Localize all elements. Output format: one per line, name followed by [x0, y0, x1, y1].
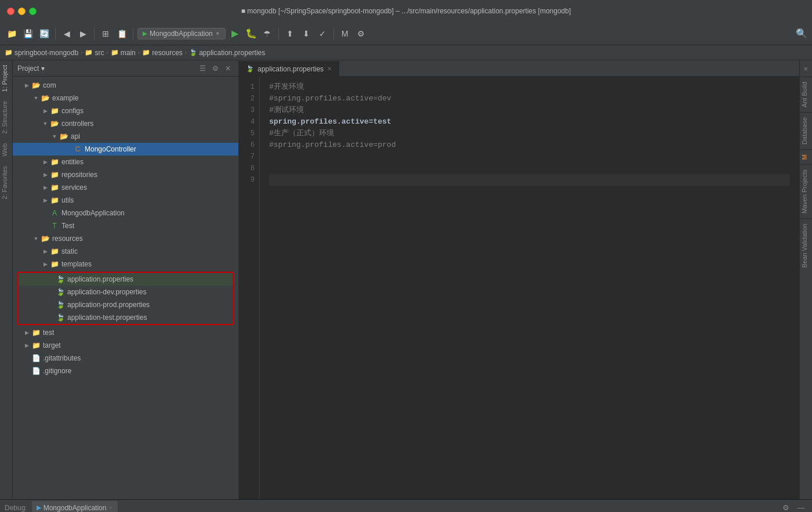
minimize-button[interactable] [18, 8, 26, 15]
tree-item-api[interactable]: ▼ 📂 api [13, 130, 238, 143]
file-icon-app-props: 🍃 [56, 275, 65, 284]
tree-item-utils[interactable]: ▶ 📁 utils [13, 194, 238, 207]
open-folder-btn[interactable]: 📁 [5, 27, 19, 41]
file-icon-app-test-props: 🍃 [56, 313, 65, 322]
code-line-3: #测试环境 [269, 104, 790, 116]
tree-item-mongodbapplication[interactable]: ▶ A MongodbApplication [13, 207, 238, 219]
back-btn[interactable]: ◀ [60, 27, 74, 41]
sidebar-settings-btn[interactable]: ⚙ [209, 63, 221, 74]
tree-item-configs[interactable]: ▶ 📁 configs [13, 104, 238, 117]
tree-item-example[interactable]: ▼ 📂 example [13, 92, 238, 104]
tree-arrow-services: ▶ [41, 183, 50, 192]
maximize-button[interactable] [29, 8, 37, 15]
sidebar-item-web[interactable]: Web [0, 139, 13, 161]
project-sidebar: Project ▾ ☰ ⚙ ✕ ▶ 📂 com ▼ 📂 example [13, 60, 239, 499]
right-panel-maven-projects[interactable]: Maven Projects [800, 164, 813, 218]
sidebar-item-structure[interactable]: 2: Structure [0, 96, 13, 139]
code-line-1: #开发环境 [269, 81, 790, 93]
main-area: 1: Project 2: Structure Web 2: Favorites… [0, 60, 812, 499]
tree-item-controllers[interactable]: ▼ 📂 controllers [13, 117, 238, 130]
tab-close-btn[interactable]: ✕ [327, 66, 332, 72]
refresh-btn[interactable]: 🔄 [37, 27, 51, 41]
editor-tab-application-properties[interactable]: 🍃 application.properties ✕ [239, 61, 339, 76]
sidebar-collapse-btn[interactable]: ☰ [197, 63, 208, 74]
right-panel-bean-validation[interactable]: Bean Validation [800, 218, 813, 272]
file-icon-mongocontroller: C [73, 145, 82, 154]
tree-item-test-class[interactable]: ▶ T Test [13, 219, 238, 232]
folder-icon-utils: 📁 [50, 196, 59, 205]
forward-btn[interactable]: ▶ [76, 27, 90, 41]
bottom-hide-btn[interactable]: — [795, 502, 807, 513]
breadcrumb-resources[interactable]: 📁 resources [142, 49, 183, 57]
right-panel-ant-build[interactable]: Ant Build [800, 77, 813, 112]
tree-item-test-folder[interactable]: ▶ 📁 test [13, 326, 238, 339]
traffic-lights [7, 8, 37, 15]
tree-item-gitattributes[interactable]: ▶ 📄 .gitattributes [13, 352, 238, 365]
tree-item-app-prod-props[interactable]: ▶ 🍃 application-prod.properties [19, 298, 233, 311]
sidebar-item-project[interactable]: 1: Project [0, 60, 13, 96]
tree-item-templates[interactable]: ▶ 📁 templates [13, 258, 238, 271]
sidebar-item-favorites[interactable]: 2: Favorites [0, 161, 13, 204]
debug-app-icon: ▶ [37, 504, 41, 511]
tree-item-static[interactable]: ▶ 📁 static [13, 245, 238, 258]
tree-item-app-dev-props[interactable]: ▶ 🍃 application-dev.properties [19, 286, 233, 298]
maven-btn[interactable]: M [338, 27, 352, 41]
tree-item-entities[interactable]: ▶ 📁 entities [13, 156, 238, 168]
breadcrumb-src[interactable]: 📁 src [85, 49, 104, 57]
tree-arrow-api: ▼ [50, 132, 59, 141]
tree-arrow-com: ▶ [22, 81, 31, 90]
settings-btn[interactable]: ⚙ [354, 27, 368, 41]
sidebar-title: Project ▾ [17, 64, 45, 73]
coverage-btn[interactable]: ☂ [260, 27, 274, 41]
vcs-update-btn[interactable]: ⬇ [299, 27, 313, 41]
tree-item-target[interactable]: ▶ 📁 target [13, 339, 238, 352]
structure-btn[interactable]: ⊞ [99, 27, 113, 41]
code-editor[interactable]: #开发环境 #spring.profiles.active=dev #测试环境 … [260, 77, 799, 499]
editor-area: 🍃 application.properties ✕ 1 2 3 4 5 6 7… [239, 60, 799, 499]
debug-button[interactable]: 🐛 [244, 27, 258, 41]
folder-icon-target: 📁 [31, 341, 41, 350]
tree-item-app-test-props[interactable]: ▶ 🍃 application-test.properties [19, 311, 233, 324]
tree-arrow-configs: ▶ [41, 106, 50, 116]
folder-icon-test-folder: 📁 [31, 328, 41, 337]
tree-item-services[interactable]: ▶ 📁 services [13, 181, 238, 194]
run-button[interactable]: ▶ [228, 27, 242, 41]
tree-item-gitignore[interactable]: ▶ 📄 .gitignore [13, 365, 238, 377]
tree-item-repositories[interactable]: ▶ 📁 repositories [13, 168, 238, 181]
breadcrumb-springboot-mongodb[interactable]: 📁 springboot-mongodb [5, 49, 78, 57]
save-btn[interactable]: 💾 [21, 27, 35, 41]
bottom-tab-close-btn[interactable]: ✕ [108, 505, 113, 511]
folder-icon-templates: 📁 [50, 259, 59, 269]
code-line-7 [269, 151, 790, 163]
breadcrumb-sep-2: › [106, 49, 108, 56]
breadcrumb-main[interactable]: 📁 main [111, 49, 136, 57]
vcs-btn[interactable]: ⬆ [283, 27, 297, 41]
close-button[interactable] [7, 8, 14, 15]
file-icon-app-dev-props: 🍃 [56, 287, 65, 297]
editor-content: 1 2 3 4 5 6 7 8 9 #开发环境 #spring.profiles… [239, 77, 799, 499]
bottom-tab-mongodbapplication[interactable]: ▶ MongodbApplication ✕ [32, 501, 118, 513]
bottom-settings-btn[interactable]: ⚙ [780, 502, 792, 513]
right-panel-maven[interactable]: M [800, 149, 813, 164]
tree-arrow-templates: ▶ [41, 259, 50, 269]
code-line-8 [269, 163, 790, 174]
right-panel-database[interactable]: Database [800, 112, 813, 149]
red-box-highlight: ▶ 🍃 application.properties ▶ 🍃 applicati… [17, 272, 234, 325]
tree-item-resources[interactable]: ▼ 📂 resources [13, 232, 238, 245]
search-icon[interactable]: 🔍 [796, 28, 807, 39]
tree-item-com[interactable]: ▶ 📂 com [13, 79, 238, 92]
folder-icon-api: 📂 [59, 132, 68, 141]
tree-arrow-entities: ▶ [41, 157, 50, 167]
sidebar-hide-btn[interactable]: ✕ [222, 63, 234, 74]
project-btn[interactable]: 📋 [115, 27, 129, 41]
folder-icon-resources: 📂 [41, 234, 50, 243]
folder-icon-example: 📂 [41, 93, 50, 103]
bottom-panel: Debug: ▶ MongodbApplication ✕ ⚙ — ▶ ↷ ↓ … [0, 499, 812, 512]
tree-item-app-props[interactable]: ▶ 🍃 application.properties [19, 273, 233, 286]
tree-arrow-resources: ▼ [31, 234, 41, 243]
folder-icon-controllers: 📂 [50, 119, 59, 128]
breadcrumb-application-properties[interactable]: 🍃 application.properties [189, 49, 265, 57]
tree-item-mongocontroller[interactable]: ▶ C MongoController [13, 143, 238, 156]
vcs-commit-btn[interactable]: ✓ [316, 27, 329, 41]
run-config-selector[interactable]: ▶ MongodbApplication ▼ [137, 28, 226, 39]
